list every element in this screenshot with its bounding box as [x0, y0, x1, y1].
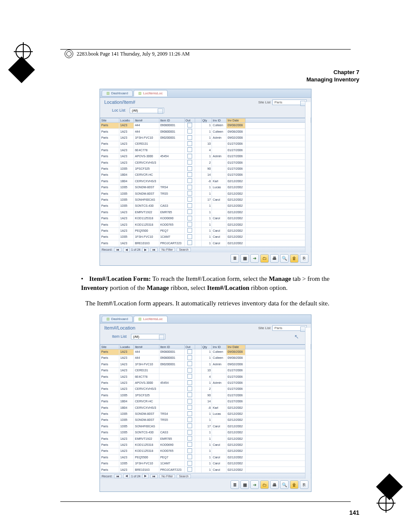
screenshot-item-location: ▧Dashboard ▧LocItemsLoc Item#/Location S…	[100, 314, 311, 492]
table-row[interactable]: Paris1A23BRE10163PROJCART2231Carol02/12/…	[100, 240, 311, 246]
tb-list-icon[interactable]: ≣	[230, 480, 239, 489]
tb-grid-icon[interactable]: ▦	[240, 254, 249, 263]
tb-folder-icon[interactable]: 🗀	[260, 254, 269, 263]
tb-print-icon[interactable]: 🖶	[270, 480, 279, 489]
table-row[interactable]: Paris1D05SONTCS-430CAS3102/12/2002	[100, 203, 311, 209]
table-row[interactable]: Paris1D05SONTCS-430CAS3102/12/2002	[100, 429, 311, 436]
table-row[interactable]: Paris1A234440908000011Colleen09/08/2008	[100, 355, 311, 361]
col-loc: Locatio	[119, 345, 134, 349]
nav-last[interactable]: ⏭	[150, 474, 158, 478]
tb-print-icon[interactable]: 🖶	[270, 254, 279, 263]
table-row[interactable]: Paris1A23CERVCXVHS/3201/27/2006	[100, 386, 311, 392]
site-dropdown[interactable]: Paris	[272, 100, 307, 105]
table-row[interactable]: Paris1B04CERVCR-HC1401/27/2006	[100, 172, 311, 178]
tb-preview-icon[interactable]: 🔍	[280, 480, 289, 489]
table-row[interactable]: Paris1A23BRE10163PROJCART2231Carol02/12/…	[100, 467, 311, 473]
nav-first[interactable]: ⏮	[114, 474, 121, 478]
table-row[interactable]: Paris1A23PEQ5500PEQ71Carol02/12/2002	[100, 454, 311, 460]
tb-delete-icon[interactable]: 🗑	[290, 480, 299, 489]
grid-header-row[interactable]: Site Locatio Item# Item ID Out Qty Inv I…	[100, 118, 311, 122]
filter-button[interactable]: No Filter	[159, 474, 175, 478]
nav-last[interactable]: ⏭	[150, 248, 158, 252]
tb-folder-icon[interactable]: 🗀	[260, 480, 269, 489]
col-itemid: Item ID	[159, 345, 184, 349]
tb-go-icon[interactable]: ➔	[250, 480, 259, 489]
table-row[interactable]: Paris1A23EMRVT1922EMR785102/12/2002	[100, 209, 311, 215]
table-row[interactable]: Paris1D051PSCF3259001/27/2006	[100, 392, 311, 398]
table-row[interactable]: Paris1A23KOD1125318KOD0765102/12/2002	[100, 222, 311, 228]
col-qty: Qty	[201, 118, 212, 122]
col-site: Site	[100, 345, 119, 349]
table-row[interactable]: Paris1A231FSH-FVC100902000011Admin09/02/…	[100, 361, 311, 367]
table-row[interactable]: Paris1D051FSH-FVC101CAM71Carol02/12/2002	[100, 460, 311, 467]
chapter-title: Managing Inventory	[52, 76, 359, 84]
tb-go-icon[interactable]: ➔	[250, 254, 259, 263]
table-row[interactable]: Paris1D051PSCF3259001/27/2006	[100, 166, 311, 172]
table-row[interactable]: Paris1A23EMRVT1922EMR785102/12/2002	[100, 436, 311, 442]
search-button[interactable]: Search	[177, 474, 190, 478]
filter-button[interactable]: No Filter	[159, 248, 175, 252]
table-row[interactable]: Paris1A23CER01311001/27/2006	[100, 367, 311, 373]
item-list-label: Item List	[112, 334, 127, 339]
tb-exit-icon[interactable]: ⎘	[300, 254, 308, 263]
table-row[interactable]: Paris1A234440908000011Colleen09/08/2008	[100, 129, 311, 135]
table-row[interactable]: Paris1A234440908000011Colleen09/08/2008	[100, 349, 311, 355]
col-qty: Qty	[201, 345, 212, 349]
table-row[interactable]: Paris1A236E4C778401/27/2006	[100, 147, 311, 153]
table-row[interactable]: Paris1B04CERVCXVHS/3-8Karl02/12/2002	[100, 178, 311, 184]
screenshot-location-item: ▧Dashboard ▧LocItemsLoc Location/Item# S…	[100, 89, 311, 266]
nav-first[interactable]: ⏮	[114, 248, 121, 252]
table-row[interactable]: Paris1A23APOVS-3000454541Admin01/27/2006	[100, 153, 311, 159]
tb-exit-icon[interactable]: ⎘	[300, 480, 308, 489]
nav-next[interactable]: ▶	[142, 474, 149, 478]
col-out: Out	[184, 345, 195, 349]
col-item: Item#	[134, 118, 159, 122]
item-list-dropdown[interactable]: (All)	[131, 334, 165, 339]
bullet-item: Item#/Location Form: To reach the Item#/…	[81, 274, 333, 292]
table-row[interactable]: Paris1A23CERVCXVHS/3201/27/2006	[100, 160, 311, 166]
table-row[interactable]: Paris1A23KOD1125318KOD0765102/12/2002	[100, 448, 311, 454]
search-button[interactable]: Search	[177, 248, 190, 252]
nav-next[interactable]: ▶	[142, 248, 149, 252]
table-row[interactable]: Paris1A23CER01311001/27/2006	[100, 141, 311, 147]
form-toolbar: ≣ ▦ ➔ 🗀 🖶 🔍 🗑 ⎘	[100, 479, 311, 492]
table-row[interactable]: Paris1D05SONHF60CAS17Carol02/12/2002	[100, 423, 311, 429]
scrollbar[interactable]	[305, 102, 311, 252]
tb-grid-icon[interactable]: ▦	[240, 480, 249, 489]
table-row[interactable]: Paris1D05SONDM-80STTRS5102/12/2002	[100, 417, 311, 423]
col-date: Inv Date	[227, 118, 246, 122]
table-row[interactable]: Paris1A23PEQ5500PEQ71Carol02/12/2002	[100, 228, 311, 234]
tab-dashboard[interactable]: ▧Dashboard	[102, 316, 133, 322]
site-dropdown[interactable]: Paris	[272, 325, 307, 331]
table-row[interactable]: Paris1D05SONDM-80STTRS5102/12/2002	[100, 191, 311, 197]
tab-locitemsloc[interactable]: ▧LocItemsLoc	[134, 90, 167, 96]
table-row[interactable]: Paris1A23KOD1125318KOD06901Carol02/12/20…	[100, 215, 311, 221]
col-site: Site	[100, 118, 119, 122]
table-row[interactable]: Paris1D05SONHF60CAS17Carol02/12/2002	[100, 197, 311, 203]
col-out: Out	[184, 118, 195, 122]
data-grid-1[interactable]: Site Locatio Item# Item ID Out Qty Inv I…	[100, 118, 311, 247]
col-inv: Inv ID	[212, 118, 227, 122]
loc-list-dropdown[interactable]: (All)	[130, 108, 164, 113]
tab-locitemsloc[interactable]: ▧LocItemsLoc	[134, 316, 167, 322]
tb-list-icon[interactable]: ≣	[230, 254, 239, 263]
table-row[interactable]: Paris1B04CERVCXVHS/3-8Karl02/12/2002	[100, 405, 311, 411]
table-row[interactable]: Paris1D05SONDM-80STTRS41Lucas02/12/2002	[100, 184, 311, 190]
table-row[interactable]: Paris1A23APOVS-3000454541Admin01/27/2006	[100, 380, 311, 386]
table-row[interactable]: Paris1D051FSH-FVC101CAM71Carol02/12/2002	[100, 234, 311, 240]
table-row[interactable]: Paris1B04CERVCR-HC1401/27/2006	[100, 398, 311, 404]
data-grid-2[interactable]: Site Locatio Item# Item ID Out Qty Inv I…	[100, 344, 311, 473]
record-pos: 1 of 24	[131, 475, 140, 478]
tab-dashboard[interactable]: ▧Dashboard	[102, 90, 133, 96]
table-row[interactable]: Paris1A236E4C778401/27/2006	[100, 374, 311, 380]
table-row[interactable]: Paris1A231FSH-FVC100902000011Admin09/02/…	[100, 135, 311, 141]
grid-header-row[interactable]: Site Locatio Item# Item ID Out Qty Inv I…	[100, 345, 311, 349]
table-row[interactable]: Paris1A23KOD1125318KOD06901Carol02/12/20…	[100, 442, 311, 448]
table-row[interactable]: Paris1A234440908000011Colleen09/08/2008	[100, 122, 311, 128]
table-row[interactable]: Paris1D05SONDM-80STTRS41Lucas02/12/2002	[100, 411, 311, 417]
nav-prev[interactable]: ◀	[123, 474, 130, 478]
tb-delete-icon[interactable]: 🗑	[290, 254, 299, 263]
tb-preview-icon[interactable]: 🔍	[280, 254, 289, 263]
scrollbar[interactable]	[305, 328, 311, 479]
nav-prev[interactable]: ◀	[123, 248, 130, 252]
